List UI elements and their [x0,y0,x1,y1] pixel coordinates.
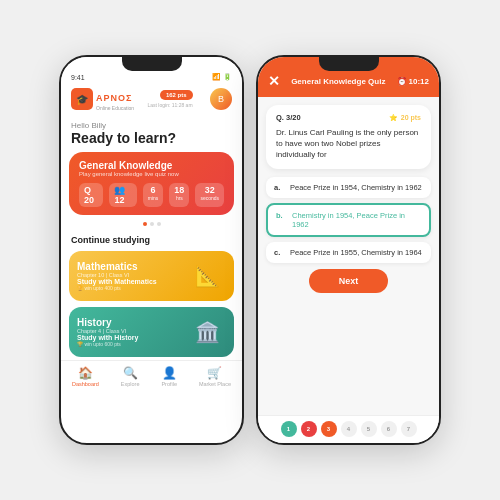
question-text: Dr. Linus Carl Pauling is the only perso… [276,127,421,161]
math-win: 🏆 win upto 400 pts [77,285,157,291]
close-button[interactable]: ✕ [268,73,280,89]
question-pts: ⭐ 20 pts [389,114,421,122]
question-card: Q. 3/20 ⭐ 20 pts Dr. Linus Carl Pauling … [266,105,431,169]
history-title: History [77,317,138,328]
pts-badge: 162 pts [160,90,193,100]
dot-2[interactable] [150,222,154,226]
math-image: 📐 [188,257,226,295]
continue-label: Continue studying [61,229,242,248]
page-7[interactable]: 7 [401,421,417,437]
header-right: 162 pts Last login: 11:28 am [148,90,193,108]
phone-dashboard: 9:41 📶 🔋 🎓 APNOΣ Online Education 162 pt… [59,55,244,445]
status-icons: 📶 🔋 [212,73,232,81]
logo-text-group: APNOΣ Online Education [96,87,134,111]
profile-icon: 👤 [162,366,177,380]
stat-questions: Q 20 [79,183,103,207]
stat-seconds: 32 seconds [195,183,224,207]
page-1[interactable]: 1 [281,421,297,437]
quiz-banner[interactable]: General Knowledge Play general knowledge… [69,152,234,215]
question-pagination: 1 2 3 4 5 6 7 [258,415,439,443]
stat-players: 👥 12 [109,183,136,207]
history-study: Study with History [77,334,138,341]
option-a-label: a. [274,183,284,192]
logo-sub: Online Education [96,105,134,111]
time: 9:41 [71,74,85,81]
logo-icon: 🎓 [71,88,93,110]
page-5[interactable]: 5 [361,421,377,437]
nav-dashboard-label: Dashboard [72,381,99,387]
dashboard-screen: 9:41 📶 🔋 🎓 APNOΣ Online Education 162 pt… [61,57,242,443]
history-win: 🏆 win upto 600 pts [77,341,138,347]
math-title: Mathematics [77,261,157,272]
question-number: Q. 3/20 [276,113,301,122]
marketplace-icon: 🛒 [207,366,222,380]
next-button[interactable]: Next [309,269,389,293]
dashboard-icon: 🏠 [78,366,93,380]
bottom-nav: 🏠 Dashboard 🔍 Explore 👤 Profile 🛒 Market… [61,360,242,391]
stat-mins: 6 mins [143,183,164,207]
pts-value: 20 pts [401,114,421,121]
option-b-label: b. [276,211,286,220]
phone-quiz: ✕ General Knowledge Quiz ⏰ 10:12 Q. 3/20… [256,55,441,445]
explore-icon: 🔍 [123,366,138,380]
option-c-label: c. [274,248,284,257]
history-image: 🏛️ [188,313,226,351]
page-6[interactable]: 6 [381,421,397,437]
quiz-title-group: General Knowledge Quiz [291,77,385,86]
pts-icon: ⭐ [389,114,398,122]
header: 🎓 APNOΣ Online Education 162 pts Last lo… [61,83,242,117]
last-login: Last login: 11:28 am [148,102,193,108]
option-c[interactable]: c. Peace Prize in 1955, Chemistry in 196… [266,242,431,263]
math-card-text: Mathematics Chapter 10 | Class VI Study … [77,261,157,291]
option-c-text: Peace Prize in 1955, Chemistry in 1964 [290,248,422,257]
quiz-screen: ✕ General Knowledge Quiz ⏰ 10:12 Q. 3/20… [258,57,439,443]
timer-icon: ⏰ [397,77,407,86]
nav-marketplace-label: Market Place [199,381,231,387]
banner-stats: Q 20 👥 12 6 mins 18 hrs 32 [79,183,224,207]
option-a-text: Peace Prize in 1954, Chemistry in 1962 [290,183,422,192]
math-card[interactable]: Mathematics Chapter 10 | Class VI Study … [69,251,234,301]
option-b[interactable]: b. Chemistry in 1954, Peace Prize in 196… [266,203,431,237]
nav-dashboard[interactable]: 🏠 Dashboard [72,366,99,387]
option-b-text: Chemistry in 1954, Peace Prize in 1962 [292,211,421,229]
page-4[interactable]: 4 [341,421,357,437]
question-header: Q. 3/20 ⭐ 20 pts [276,113,421,122]
greeting-hello: Hello Billy [71,121,232,130]
banner-dots [61,219,242,229]
logo-name: APNOΣ [96,93,132,103]
avatar[interactable]: B [210,88,232,110]
history-card[interactable]: History Chapter 4 | Class VI Study with … [69,307,234,357]
nav-profile[interactable]: 👤 Profile [161,366,177,387]
logo: 🎓 APNOΣ Online Education [71,87,134,111]
page-3[interactable]: 3 [321,421,337,437]
phone-notch-2 [319,57,379,71]
dot-1[interactable] [143,222,147,226]
history-card-text: History Chapter 4 | Class VI Study with … [77,317,138,347]
greeting-title: Ready to learn? [71,130,232,146]
nav-explore[interactable]: 🔍 Explore [121,366,140,387]
nav-explore-label: Explore [121,381,140,387]
timer-value: 10:12 [409,77,429,86]
quiz-timer: ⏰ 10:12 [397,77,429,86]
page-2[interactable]: 2 [301,421,317,437]
option-a[interactable]: a. Peace Prize in 1954, Chemistry in 196… [266,177,431,198]
phone-notch [122,57,182,71]
banner-title: General Knowledge [79,160,224,171]
quiz-title: General Knowledge Quiz [291,77,385,86]
nav-marketplace[interactable]: 🛒 Market Place [199,366,231,387]
stat-hrs: 18 hrs [169,183,189,207]
quiz-body: Q. 3/20 ⭐ 20 pts Dr. Linus Carl Pauling … [258,97,439,415]
dot-3[interactable] [157,222,161,226]
greeting: Hello Billy Ready to learn? [61,117,242,148]
banner-subtitle: Play general knowledge live quiz now [79,171,224,177]
math-study: Study with Mathematics [77,278,157,285]
nav-profile-label: Profile [161,381,177,387]
